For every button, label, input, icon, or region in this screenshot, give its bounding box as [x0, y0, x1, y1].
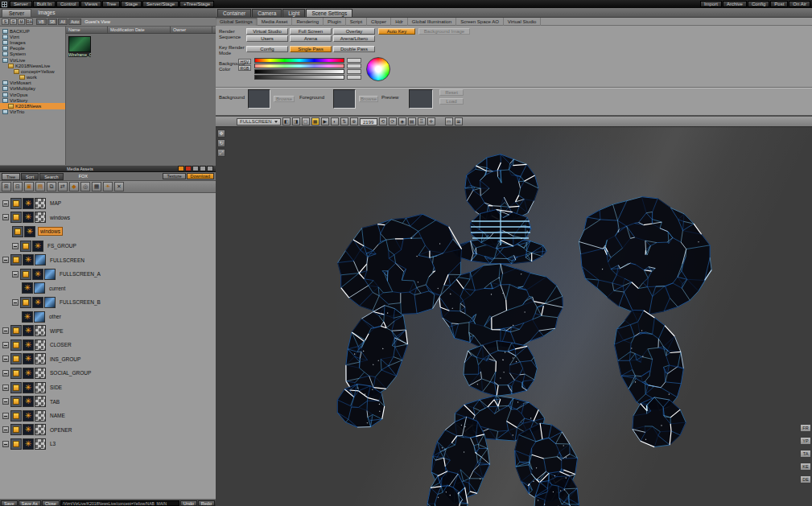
container-row-tab[interactable]: ✳TAB [0, 394, 216, 409]
axis-yp-button[interactable]: YP [800, 437, 811, 445]
server-tree-item-system[interactable]: System [0, 51, 65, 57]
hue-slider[interactable] [254, 58, 344, 63]
color-mode-rgb-button[interactable]: RGB [238, 65, 251, 71]
server-tree-item-vizlive[interactable]: VizLive [0, 57, 65, 63]
download-button[interactable]: Download [187, 173, 214, 179]
guests-view-label[interactable]: Guest's View [84, 19, 110, 24]
container-row-windows[interactable]: ✳windows [0, 224, 216, 239]
background-image-drop[interactable] [248, 89, 270, 109]
color-wheel[interactable] [366, 57, 390, 81]
server-section-label[interactable]: Images [31, 9, 61, 17]
expander-icon[interactable] [2, 398, 9, 405]
menu-views[interactable]: Views [80, 1, 101, 7]
reset-button[interactable]: Reset [439, 89, 464, 96]
expander-icon[interactable] [12, 243, 19, 249]
alpha-value-field[interactable] [347, 75, 361, 80]
expander-icon[interactable] [2, 385, 9, 391]
background-image-button[interactable]: Background Image [418, 28, 470, 35]
key-render-double-pass-button[interactable]: Double Pass [333, 46, 375, 52]
server-tree-item-vizmosart[interactable]: VizMosart [0, 80, 65, 86]
layout-icon[interactable]: ◧ [282, 117, 291, 125]
orbit-icon[interactable]: ↻ [217, 139, 225, 147]
server-tree-item-backup[interactable]: BACKUP [0, 28, 65, 34]
server-tree-item-k2018news[interactable]: K2018News [0, 103, 65, 109]
server-tree-item-vizrt[interactable]: Vizrt [0, 34, 65, 39]
delete-container-icon[interactable]: ✕ [114, 182, 124, 191]
app-grid-icon[interactable] [2, 2, 7, 7]
column-header-owner[interactable]: Owner [171, 27, 212, 33]
expand-all-icon[interactable]: ⊞ [2, 182, 11, 191]
toggle-all-button[interactable]: All [58, 19, 68, 25]
media-assets-label[interactable]: Media Assets [67, 167, 93, 171]
filter-s-button[interactable]: S [2, 19, 9, 25]
settings-tab-global-illumination[interactable]: Global Illumination [408, 18, 456, 26]
server-tree-item-vizmultiplay[interactable]: VizMultiplay [0, 86, 65, 92]
title-area-icon[interactable]: ▭ [445, 117, 453, 125]
half-view-icon[interactable]: ◐ [331, 117, 339, 125]
safe-area-icon[interactable]: ⊕ [350, 117, 358, 125]
sequence-arena-button[interactable]: Arena [290, 35, 332, 42]
close-button[interactable]: Close [42, 500, 60, 506]
load-button[interactable]: Load [439, 98, 464, 105]
color-mode-hsv-button[interactable]: HSV [238, 59, 251, 64]
key-render-config-button[interactable]: Config [246, 46, 288, 52]
server-tree-item-vizstory[interactable]: VizStory [0, 97, 65, 103]
reference-icon[interactable]: ⇄ [58, 182, 68, 191]
column-header-modification-date[interactable]: Modification Date [108, 27, 171, 33]
record-button[interactable] [185, 166, 192, 171]
add-group-icon[interactable]: ▤ [35, 182, 45, 191]
column-header-name[interactable]: Name [66, 27, 108, 33]
menu-config[interactable]: Config [748, 1, 769, 7]
menu-tree[interactable]: Tree [102, 1, 120, 7]
axis-fr-button[interactable]: FR [800, 424, 811, 432]
menu-on-air[interactable]: On Air [789, 1, 810, 7]
settings-tab-screen-space-ao[interactable]: Screen Space AO [456, 18, 504, 26]
menu-built-in[interactable]: Built In [33, 1, 56, 7]
save-as-button[interactable]: Save As [19, 500, 41, 506]
container-row-windows[interactable]: ✳windows [0, 211, 216, 225]
container-row-l3[interactable]: ✳L3 [0, 437, 216, 451]
background-browse-button[interactable]: Browse [274, 96, 295, 102]
axis-de-button[interactable]: DE [800, 475, 811, 483]
frame-counter-field[interactable]: 2199 [360, 118, 377, 125]
settings-tab-clipper[interactable]: Clipper [367, 18, 391, 26]
grid-icon[interactable]: ▤ [408, 117, 416, 125]
expander-icon[interactable] [12, 271, 19, 278]
axis-ke-button[interactable]: KE [800, 463, 811, 471]
key-render-single-pass-button[interactable]: Single Pass [290, 46, 332, 52]
server-tree-item-k2018newslive[interactable]: K2018NewsLive [0, 63, 65, 68]
settings-tab-script[interactable]: Script [346, 18, 367, 26]
dock-button[interactable] [192, 166, 199, 171]
value-slider[interactable] [254, 69, 344, 74]
camera-select-dropdown[interactable]: FULLSCREEN [237, 118, 281, 125]
menu-stage[interactable]: Stage [121, 1, 142, 7]
toggle-auto-button[interactable]: Auto [68, 19, 81, 25]
menu-post[interactable]: Post [770, 1, 788, 7]
save-button[interactable]: Save [1, 500, 18, 506]
expander-icon[interactable] [2, 426, 9, 433]
value-value-field[interactable] [347, 69, 361, 74]
menu-server[interactable]: Server [10, 1, 32, 7]
server-tree-item-concept-yellow[interactable]: concept=Yellow [0, 68, 65, 74]
axis-ta-button[interactable]: TA [800, 450, 811, 458]
tab-server[interactable]: Server [2, 9, 31, 17]
foreground-image-drop[interactable] [333, 89, 356, 109]
close-panel-button[interactable] [207, 166, 213, 171]
collapse-all-icon[interactable]: ⊟ [13, 182, 23, 191]
fullscreen-toggle-icon[interactable]: ⊞ [455, 117, 463, 125]
alpha-slider[interactable] [254, 75, 344, 80]
filter-m-button[interactable]: M [18, 19, 25, 25]
sequence-full-screen-button[interactable]: Full Screen [290, 28, 332, 35]
menu-control[interactable]: Control [56, 1, 80, 7]
settings-tab-hdr[interactable]: Hdr [391, 18, 408, 26]
camera-view-icon[interactable]: ▦ [92, 182, 101, 191]
undo-view-icon[interactable]: ⟲ [379, 117, 387, 125]
float-button[interactable] [200, 166, 206, 171]
container-row-social-group[interactable]: ✳SOCIAL_GROUP [0, 366, 216, 381]
expander-icon[interactable] [2, 413, 9, 419]
viewport-canvas[interactable]: ✥↻⤢ FRYPTAKEDE [216, 127, 812, 506]
play-icon[interactable]: ▶ [321, 117, 329, 125]
duplicate-icon[interactable]: ⧉ [47, 182, 56, 191]
letterbox-icon[interactable]: ☰ [418, 117, 426, 125]
sequence-virtual-studio-button[interactable]: Virtual Studio [246, 28, 288, 35]
